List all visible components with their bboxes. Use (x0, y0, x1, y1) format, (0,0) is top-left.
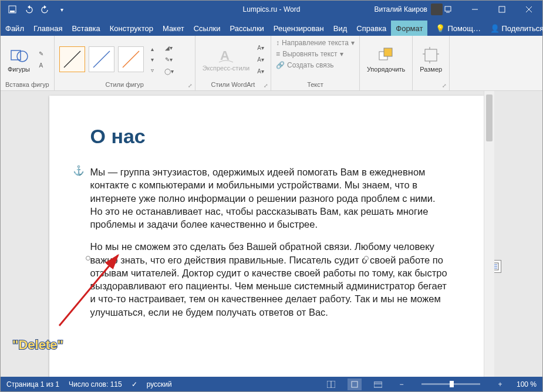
tab-file[interactable]: Файл (1, 21, 29, 36)
minimize-button[interactable] (461, 1, 488, 18)
text-effects-button[interactable]: A▾ (255, 66, 266, 76)
tab-help[interactable]: Справка (352, 21, 391, 36)
share-icon: 👤 (490, 24, 500, 33)
document-area: ⚓ О нас Мы — группа энтузиастов, одержим… (1, 91, 542, 377)
view-web-layout[interactable] (371, 379, 385, 390)
svg-rect-14 (384, 48, 392, 56)
create-link-button[interactable]: 🔗Создать связь (276, 60, 333, 70)
svg-rect-2 (445, 6, 451, 11)
group-wordart: A Экспресс-стили A▾ A▾ A▾ Стили WordArt … (195, 36, 271, 90)
word-count[interactable]: Число слов: 115 (69, 380, 122, 388)
share-label: Поделиться (502, 24, 543, 33)
group-text: ↕Направление текста ▾ ≡Выровнять текст ▾… (271, 36, 360, 90)
language-indicator[interactable]: русский (147, 380, 172, 388)
close-button[interactable] (515, 1, 542, 18)
svg-line-9 (64, 51, 80, 67)
group-label: Текст (276, 80, 355, 89)
text-outline-button[interactable]: A▾ (255, 54, 266, 65)
anchor-icon: ⚓ (73, 165, 85, 176)
size-label: Размер (420, 66, 442, 73)
tab-layout[interactable]: Макет (158, 21, 189, 36)
align-text-button[interactable]: ≡Выровнять текст ▾ (276, 49, 343, 59)
view-read-mode[interactable] (324, 379, 338, 390)
shape-styles-launcher[interactable]: ⤢ (188, 83, 193, 89)
direction-icon: ↕ (276, 39, 279, 47)
shape-outline-button[interactable]: ✎▾ (164, 54, 174, 65)
ribbon: Фигуры ✎ A Вставка фигур ▴ ▾ ▿ (1, 36, 542, 91)
shape-handle-end[interactable] (364, 256, 369, 261)
shape-handle-start[interactable] (86, 256, 90, 261)
page-indicator[interactable]: Страница 1 из 1 (6, 380, 59, 388)
word-window: ▾ Lumpics.ru - Word Виталий Каиров Файл … (0, 0, 543, 392)
scroll-thumb[interactable] (486, 94, 493, 141)
undo-button[interactable] (22, 2, 36, 16)
delete-annotation: "Delete" (12, 337, 63, 353)
maximize-button[interactable] (488, 1, 515, 18)
wordart-styles-button[interactable]: A Экспресс-стили (200, 46, 252, 73)
zoom-in-button[interactable]: + (493, 379, 507, 390)
svg-rect-4 (499, 6, 505, 12)
svg-rect-24 (374, 382, 382, 387)
tab-insert[interactable]: Вставка (67, 21, 104, 36)
shapes-label: Фигуры (8, 66, 30, 73)
arrange-label: Упорядочить (367, 66, 405, 73)
style-more[interactable]: ▿ (147, 65, 158, 75)
shapes-button[interactable]: Фигуры (5, 45, 32, 74)
view-print-layout[interactable] (348, 379, 362, 390)
group-arrange: Упорядочить (360, 36, 413, 90)
text-box-button[interactable]: A (36, 60, 46, 70)
edit-shape-button[interactable]: ✎ (36, 48, 46, 59)
tell-me[interactable]: 💡 Помощ… (431, 21, 485, 36)
group-label: Вставка фигур (5, 80, 49, 89)
text-fill-button[interactable]: A▾ (255, 42, 266, 53)
group-label: Стили фигур (59, 80, 190, 89)
tab-view[interactable]: Вид (329, 21, 352, 36)
user-name[interactable]: Виталий Каиров (374, 5, 427, 13)
zoom-level[interactable]: 100 % (517, 380, 537, 388)
group-size: Размер ⤢ (413, 36, 450, 90)
arrange-button[interactable]: Упорядочить (365, 45, 407, 74)
style-row-down[interactable]: ▾ (147, 54, 158, 65)
style-row-up[interactable]: ▴ (147, 43, 158, 54)
tab-design[interactable]: Конструктор (105, 21, 158, 36)
avatar[interactable] (431, 4, 443, 15)
svg-point-8 (17, 51, 28, 62)
page-heading: О нас (90, 125, 448, 148)
autosave-icon[interactable] (5, 2, 19, 16)
titlebar: ▾ Lumpics.ru - Word Виталий Каиров (1, 1, 542, 18)
proofing-icon[interactable]: ✓ (131, 380, 137, 388)
wordart-launcher[interactable]: ⤢ (264, 83, 268, 89)
vertical-scrollbar[interactable] (484, 91, 494, 377)
shape-style-2[interactable] (89, 46, 114, 72)
page[interactable]: ⚓ О нас Мы — группа энтузиастов, одержим… (49, 96, 484, 377)
group-insert-shapes: Фигуры ✎ A Вставка фигур (1, 36, 55, 90)
svg-line-10 (93, 51, 110, 67)
tab-references[interactable]: Ссылки (189, 21, 225, 36)
tab-home[interactable]: Главная (29, 21, 67, 36)
tell-me-label: Помощ… (447, 24, 480, 33)
text-direction-button[interactable]: ↕Направление текста ▾ (276, 38, 355, 48)
zoom-slider[interactable] (421, 383, 480, 385)
tab-format[interactable]: Формат (391, 21, 427, 36)
size-button[interactable]: Размер (417, 45, 444, 74)
shape-style-3[interactable] (118, 46, 144, 72)
link-icon: 🔗 (276, 61, 285, 69)
zoom-out-button[interactable]: − (394, 379, 409, 390)
qat-customize[interactable]: ▾ (55, 2, 69, 16)
tab-review[interactable]: Рецензирован (269, 21, 329, 36)
window-title: Lumpics.ru - Word (243, 5, 301, 13)
svg-rect-1 (10, 11, 15, 12)
redo-button[interactable] (38, 2, 52, 16)
svg-rect-15 (425, 49, 437, 61)
group-shape-styles: ▴ ▾ ▿ ◢▾ ✎▾ ◯▾ Стили фигур ⤢ (55, 36, 195, 90)
wordart-label: Экспресс-стили (203, 65, 249, 72)
share-button[interactable]: 👤 Поделиться (485, 21, 543, 36)
tab-mailings[interactable]: Рассылки (225, 21, 268, 36)
align-icon: ≡ (276, 50, 280, 58)
shape-fill-button[interactable]: ◢▾ (164, 42, 174, 53)
ribbon-tabs: Файл Главная Вставка Конструктор Макет С… (1, 18, 542, 36)
shape-style-1[interactable] (59, 46, 85, 72)
group-label: Стили WordArt (200, 80, 266, 89)
shape-effects-button[interactable]: ◯▾ (164, 66, 174, 76)
size-launcher[interactable]: ⤢ (442, 83, 447, 89)
